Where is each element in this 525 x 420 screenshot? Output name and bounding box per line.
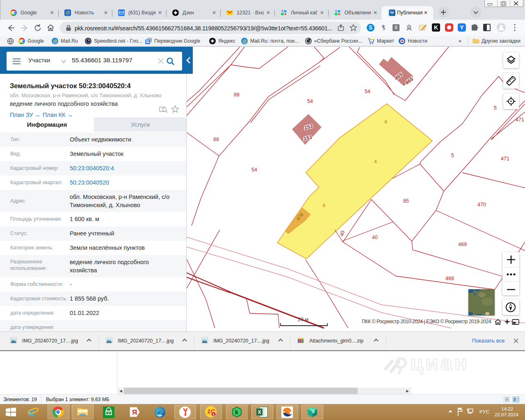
svg-text:20 м: 20 м xyxy=(298,317,308,322)
svg-text:54: 54 xyxy=(307,98,313,104)
svg-text:88: 88 xyxy=(213,137,219,142)
svg-text:469: 469 xyxy=(458,242,467,247)
svg-text:40: 40 xyxy=(339,230,346,237)
svg-text:e: e xyxy=(28,406,35,418)
svg-text:88: 88 xyxy=(234,92,240,98)
svg-text:Я: Я xyxy=(132,409,137,416)
svg-text:4: 4 xyxy=(384,119,387,125)
svg-text:4: 4 xyxy=(374,159,377,164)
svg-text:4: 4 xyxy=(322,203,325,208)
svg-text:471: 471 xyxy=(516,117,524,123)
svg-text:40: 40 xyxy=(372,235,378,240)
svg-text:X: X xyxy=(258,409,261,415)
svg-text:54: 54 xyxy=(251,167,257,173)
svg-text:54: 54 xyxy=(365,89,370,94)
svg-text:5: 5 xyxy=(451,153,454,158)
svg-text:468: 468 xyxy=(445,276,454,281)
svg-text:k: k xyxy=(235,409,238,415)
svg-text:85: 85 xyxy=(403,198,409,204)
svg-text:470: 470 xyxy=(477,202,486,208)
svg-text:5: 5 xyxy=(494,105,497,111)
svg-text:471: 471 xyxy=(501,156,509,162)
